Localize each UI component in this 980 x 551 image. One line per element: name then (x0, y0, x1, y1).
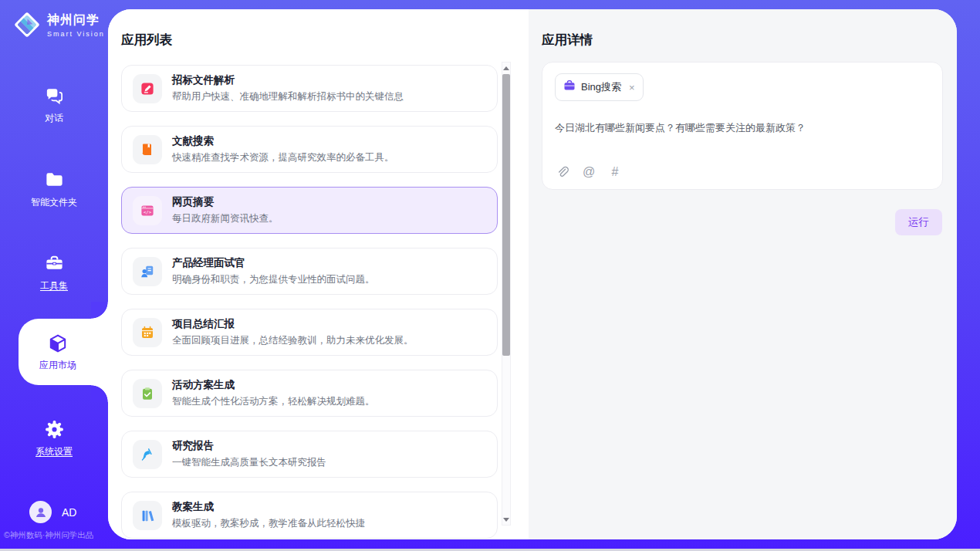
app-detail-panel: 应用详情 Bing搜索 × 今日湖北有哪些新闻要点？有哪些需要关注的最新政策？ … (529, 9, 957, 539)
cube-icon (47, 333, 69, 354)
brand-tagline: Smart Vision (47, 30, 105, 38)
gear-icon (43, 418, 65, 440)
app-list-panel: 应用列表 招标文件解析 帮助用户快速、准确地理解和解析招标书中的关键信息 文献搜… (108, 9, 529, 539)
diamond-logo-icon (12, 10, 42, 39)
app-list-item[interactable]: 产品经理面试官 明确身份和职责，为您提供专业性的面试问题。 (121, 248, 498, 295)
sidebar: 神州问学 Smart Vision 对话 智能文件夹 工具集 应用市场 系统设置… (0, 0, 108, 551)
folder-icon (43, 169, 65, 191)
app-list-item[interactable]: 研究报告 一键智能生成高质量长文本研究报告 (121, 431, 498, 478)
app-detail-title: 应用详情 (542, 32, 593, 49)
app-item-title: 研究报告 (172, 439, 326, 453)
sidebar-item-label: 工具集 (40, 279, 68, 292)
triangle-up-icon (503, 66, 509, 70)
app-item-description: 明确身份和职责，为您提供专业性的面试问题。 (172, 273, 375, 286)
pen-square-icon (133, 74, 162, 103)
close-icon[interactable]: × (629, 83, 635, 93)
brand-logo: 神州问学 Smart Vision (12, 10, 105, 39)
pen-flag-icon (133, 440, 162, 469)
brand-text: 神州问学 Smart Vision (47, 12, 105, 38)
app-item-title: 招标文件解析 (172, 73, 404, 87)
sidebar-item-chat[interactable]: 对话 (0, 85, 108, 125)
tool-chip-bing-search[interactable]: Bing搜索 × (555, 73, 644, 101)
scroll-down-button[interactable] (502, 514, 510, 525)
tool-chip-label: Bing搜索 (581, 80, 621, 94)
browser-code-icon: </> (133, 196, 162, 225)
run-button[interactable]: 运行 (895, 209, 942, 235)
triangle-down-icon (503, 518, 509, 522)
svg-text:</>: </> (144, 209, 152, 214)
app-item-description: 快速精准查找学术资源，提高研究效率的必备工具。 (172, 151, 394, 164)
user-initials: AD (62, 506, 76, 519)
brand-name: 神州问学 (47, 12, 105, 29)
copyright-footer: ©神州数码·神州问学出品 (4, 530, 108, 541)
interviewer-icon (133, 257, 162, 286)
prompt-input[interactable]: 今日湖北有哪些新闻要点？有哪些需要关注的最新政策？ (555, 120, 930, 136)
toolbox-icon (43, 252, 65, 274)
sidebar-item-label: 对话 (45, 112, 63, 125)
sidebar-item-toolset[interactable]: 工具集 (0, 252, 108, 292)
app-item-title: 活动方案生成 (172, 378, 375, 392)
app-item-description: 一键智能生成高质量长文本研究报告 (172, 456, 326, 469)
sidebar-item-label: 智能文件夹 (31, 196, 77, 209)
books-icon (133, 501, 162, 530)
app-list-item[interactable]: 项目总结汇报 全面回顾项目进展，总结经验教训，助力未来优化发展。 (121, 309, 498, 356)
calendar-doc-icon (133, 318, 162, 347)
prompt-card: Bing搜索 × 今日湖北有哪些新闻要点？有哪些需要关注的最新政策？ @# (542, 62, 943, 190)
app-item-description: 帮助用户快速、准确地理解和解析招标书中的关键信息 (172, 90, 404, 103)
app-item-title: 教案生成 (172, 500, 365, 514)
sidebar-item-label: 应用市场 (39, 359, 76, 372)
app-item-description: 全面回顾项目进展，总结经验教训，助力未来优化发展。 (172, 334, 414, 347)
app-list-item[interactable]: </> 网页摘要 每日政府新闻资讯快查。 (121, 187, 498, 234)
app-item-title: 项目总结汇报 (172, 317, 414, 331)
sidebar-item-app-market[interactable]: 应用市场 (19, 319, 108, 385)
app-list-item[interactable]: 教案生成 模板驱动，教案秒成，教学准备从此轻松快捷 (121, 492, 498, 539)
clipboard-check-icon (133, 379, 162, 408)
user-account[interactable]: AD (29, 501, 76, 523)
scroll-up-button[interactable] (502, 63, 510, 73)
app-item-title: 产品经理面试官 (172, 256, 375, 270)
paperclip-icon[interactable] (556, 165, 569, 179)
book-icon (133, 135, 162, 164)
app-item-title: 网页摘要 (172, 195, 279, 209)
sidebar-item-smart-folder[interactable]: 智能文件夹 (0, 169, 108, 209)
briefcase-icon (563, 79, 576, 95)
chat-icon (43, 85, 65, 106)
at-icon[interactable]: @ (582, 165, 596, 179)
prompt-toolbar: @# (556, 165, 622, 179)
app-list-item[interactable]: 文献搜索 快速精准查找学术资源，提高研究效率的必备工具。 (121, 126, 498, 173)
app-item-description: 模板驱动，教案秒成，教学准备从此轻松快捷 (172, 517, 365, 530)
app-list-title: 应用列表 (121, 32, 172, 49)
app-item-description: 每日政府新闻资讯快查。 (172, 212, 279, 225)
app-item-title: 文献搜索 (172, 134, 394, 148)
app-list: 招标文件解析 帮助用户快速、准确地理解和解析招标书中的关键信息 文献搜索 快速精… (121, 65, 498, 539)
person-icon (29, 501, 52, 523)
sidebar-item-label: 系统设置 (35, 445, 73, 458)
main-content: 应用列表 招标文件解析 帮助用户快速、准确地理解和解析招标书中的关键信息 文献搜… (108, 9, 957, 539)
app-item-description: 智能生成个性化活动方案，轻松解决规划难题。 (172, 395, 375, 408)
app-list-item[interactable]: 活动方案生成 智能生成个性化活动方案，轻松解决规划难题。 (121, 370, 498, 417)
app-list-scrollbar[interactable] (502, 62, 511, 526)
app-list-item[interactable]: 招标文件解析 帮助用户快速、准确地理解和解析招标书中的关键信息 (121, 65, 498, 112)
hash-icon[interactable]: # (608, 165, 622, 179)
scrollbar-thumb[interactable] (502, 74, 510, 356)
sidebar-item-settings[interactable]: 系统设置 (0, 418, 108, 458)
